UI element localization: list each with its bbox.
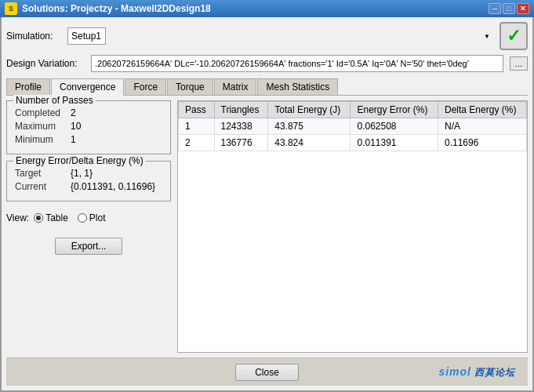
energy-group: Energy Error/Delta Energy (%) Target {1,… [6, 161, 171, 201]
maximize-button[interactable]: □ [503, 3, 515, 14]
app-icon: S [5, 2, 17, 15]
simulation-label: Simulation: [6, 31, 61, 42]
table-cell: 43.875 [268, 118, 351, 135]
simulation-select[interactable]: Setup1 [67, 27, 106, 45]
simulation-dropdown-wrap: Setup1 [67, 27, 493, 45]
tab-matrix[interactable]: Matrix [214, 78, 257, 95]
col-triangles: Triangles [214, 102, 268, 118]
target-value: {1, 1} [71, 168, 93, 179]
maximum-value: 10 [71, 121, 81, 132]
table-cell: 43.824 [268, 135, 351, 151]
brand-logo: simol西莫论坛 [438, 365, 515, 379]
tab-force[interactable]: Force [125, 78, 166, 95]
energy-title: Energy Error/Delta Energy (%) [13, 155, 146, 166]
tab-profile[interactable]: Profile [6, 78, 50, 95]
radio-table-input[interactable] [34, 213, 43, 223]
simulation-select-wrap[interactable]: Setup1 [67, 27, 493, 45]
completed-label: Completed [15, 107, 66, 118]
title-controls[interactable]: ─ □ ✕ [489, 3, 529, 14]
target-label: Target [15, 168, 66, 179]
checkmark-button[interactable]: ✓ [499, 22, 528, 50]
maximum-label: Maximum [15, 121, 66, 132]
close-dialog-button[interactable]: Close [235, 364, 299, 381]
table-body: 112433843.8750.062508N/A213677643.8240.0… [179, 118, 527, 151]
tab-torque[interactable]: Torque [167, 78, 213, 95]
table-cell: 124338 [214, 118, 268, 135]
col-delta-energy: Delta Energy (%) [438, 102, 527, 118]
table-cell: N/A [438, 118, 527, 135]
design-variation-label: Design Variation: [6, 58, 85, 69]
table-row: 213677643.8240.0113910.11696 [179, 135, 527, 151]
title-bar: S Solutions: Projectzy - Maxwell2DDesign… [0, 0, 534, 17]
radio-table-label: Table [45, 212, 68, 223]
current-value: {0.011391, 0.11696} [71, 181, 155, 192]
content-area: Number of Passes Completed 2 Maximum 10 … [6, 100, 528, 353]
data-table-panel: Pass Triangles Total Energy (J) Energy E… [177, 100, 528, 353]
completed-value: 2 [71, 107, 76, 118]
number-of-passes-group: Number of Passes Completed 2 Maximum 10 … [6, 100, 171, 154]
bottom-bar: Close simol西莫论坛 [6, 358, 528, 386]
minimize-button[interactable]: ─ [489, 3, 501, 14]
table-cell: 136776 [214, 135, 268, 151]
current-row: Current {0.011391, 0.11696} [15, 181, 164, 192]
checkmark-icon: ✓ [507, 26, 521, 46]
design-variation-dots-button[interactable]: ... [510, 56, 528, 71]
minimum-label: Minimum [15, 134, 66, 145]
simulation-row: Simulation: Setup1 ✓ [6, 22, 528, 50]
tabs-row: Profile Convergence Force Torque Matrix … [6, 78, 528, 96]
radio-table[interactable]: Table [34, 212, 68, 223]
target-row: Target {1, 1} [15, 168, 164, 179]
col-energy-error: Energy Error (%) [351, 102, 438, 118]
design-variation-value: .20620726159664A' DLc='-10.2062072615966… [91, 55, 503, 72]
close-button[interactable]: ✕ [517, 3, 529, 14]
table-row: 112433843.8750.062508N/A [179, 118, 527, 135]
left-panel: Number of Passes Completed 2 Maximum 10 … [6, 100, 171, 353]
view-radio-group: Table Plot [34, 212, 105, 223]
col-pass: Pass [179, 102, 215, 118]
number-of-passes-title: Number of Passes [13, 95, 96, 106]
view-row: View: Table Plot [6, 212, 171, 223]
minimum-row: Minimum 1 [15, 134, 164, 145]
window-title: Solutions: Projectzy - Maxwell2DDesign18 [22, 3, 211, 14]
export-button[interactable]: Export... [55, 238, 123, 255]
title-bar-left: S Solutions: Projectzy - Maxwell2DDesign… [5, 2, 211, 15]
radio-plot-label: Plot [89, 212, 106, 223]
tab-mesh-statistics[interactable]: Mesh Statistics [257, 78, 338, 95]
radio-plot-input[interactable] [78, 213, 87, 223]
table-cell: 1 [179, 118, 215, 135]
radio-plot[interactable]: Plot [78, 212, 106, 223]
table-cell: 0.011391 [351, 135, 438, 151]
table-cell: 0.11696 [438, 135, 527, 151]
convergence-table: Pass Triangles Total Energy (J) Energy E… [178, 101, 527, 151]
design-variation-row: Design Variation: .20620726159664A' DLc=… [6, 55, 528, 72]
window-body: Simulation: Setup1 ✓ Design Variation: .… [0, 17, 534, 392]
current-label: Current [15, 181, 66, 192]
brand-area: simol西莫论坛 [299, 365, 515, 379]
table-header-row: Pass Triangles Total Energy (J) Energy E… [179, 102, 527, 118]
minimum-value: 1 [71, 134, 76, 145]
completed-row: Completed 2 [15, 107, 164, 118]
table-cell: 0.062508 [351, 118, 438, 135]
maximum-row: Maximum 10 [15, 121, 164, 132]
view-label: View: [6, 212, 29, 223]
tab-convergence[interactable]: Convergence [51, 78, 124, 96]
col-total-energy: Total Energy (J) [268, 102, 351, 118]
table-cell: 2 [179, 135, 215, 151]
